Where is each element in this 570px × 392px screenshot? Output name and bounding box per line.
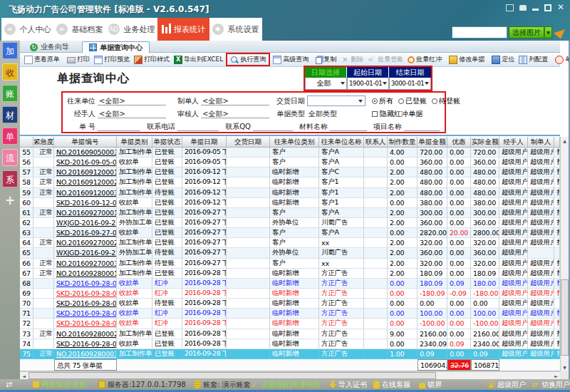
- start-date-dropdown[interactable]: 1900-01-01: [347, 78, 389, 90]
- doctype-field[interactable]: 全部类型: [307, 109, 366, 118]
- phone-field[interactable]: [177, 122, 219, 131]
- toolbar-button-打印预览[interactable]: 打印预览: [92, 54, 132, 65]
- column-header[interactable]: 单据状态: [152, 137, 182, 147]
- sidebar-button-材[interactable]: 材: [2, 106, 18, 123]
- scroll-down-arrow[interactable]: ▼: [561, 363, 569, 371]
- column-header[interactable]: 优惠: [447, 137, 471, 147]
- nav-item-基础档案[interactable]: ≡基础档案: [53, 18, 105, 41]
- column-header[interactable]: 紧急度: [33, 137, 54, 147]
- toolbar-button-批量登账[interactable]: √√批量登账: [366, 54, 405, 65]
- doc-number-link[interactable]: NO.201609280003: [54, 349, 117, 359]
- doc-number-link[interactable]: NO.201609280002: [54, 329, 117, 339]
- status-switch-user[interactable]: ⇄切换用户: [532, 380, 570, 389]
- doc-number-link[interactable]: SKD-2016-09-28-0004: [54, 339, 117, 349]
- table-row[interactable]: 60SKD-2016-09-12-0001收款单已登账2016-09-12 下临…: [20, 198, 560, 208]
- skin-icon[interactable]: [506, 4, 514, 11]
- toolbar-button-导出到EXCEL[interactable]: X导出到EXCEL: [172, 54, 225, 65]
- material-field[interactable]: [330, 122, 367, 131]
- table-row[interactable]: 74SKD-2016-09-28-0004收款单已登账2016-09-28 下临…: [20, 339, 560, 349]
- toolbar-button-查看原单[interactable]: 查看原单: [22, 54, 62, 65]
- delivery-date-dropdown[interactable]: [307, 96, 366, 106]
- sidebar-button-单[interactable]: 单: [2, 128, 18, 145]
- table-row[interactable]: 57正常NO.201609120001加工制作单已登账2016-09-12 下临…: [20, 167, 560, 177]
- handler-field[interactable]: <全部>: [98, 109, 166, 118]
- auditor-field[interactable]: <全部>: [201, 109, 269, 118]
- doc-number-link[interactable]: NO.201609270002: [54, 238, 117, 248]
- choose-image-dropdown[interactable]: ▼: [544, 26, 552, 38]
- date-select-dropdown[interactable]: 全部: [305, 78, 347, 90]
- nav-item-报表统计[interactable]: 报表统计: [157, 18, 209, 41]
- scroll-up-arrow[interactable]: ▲: [561, 137, 569, 145]
- toolbar-button-删除[interactable]: ×删除: [338, 54, 366, 65]
- doc-number-link[interactable]: SKD-2016-09-12-0001: [54, 198, 117, 208]
- horizontal-scroll-thumb[interactable]: [28, 372, 436, 379]
- toolbar-button-高级查询[interactable]: 高级查询: [271, 54, 311, 65]
- table-row[interactable]: 66正常NO.201609270003加工制作单待登账2016-09-27 下客…: [20, 259, 560, 269]
- tab-business-wizard[interactable]: ↻ 业务向导: [24, 41, 76, 53]
- doc-number-link[interactable]: SKD-2016-09-28-0002: [54, 299, 117, 309]
- table-row[interactable]: 73正常NO.201609280002加工制作单已登账2016-09-28 下临…: [20, 329, 560, 339]
- doc-number-link[interactable]: WXJGD-2016-09-27-000: [54, 248, 117, 258]
- doc-number-link[interactable]: NO.201609270001: [54, 208, 117, 218]
- column-header[interactable]: 联系人: [364, 137, 388, 147]
- doc-number-link[interactable]: SKD-2016-09-28-0001-: [54, 289, 117, 299]
- doc-number-link[interactable]: NO.201609120001: [54, 167, 117, 177]
- doc-number-link[interactable]: NO.201609280001: [54, 269, 117, 279]
- toolbar-button-执行查询[interactable]: 执行查询: [226, 53, 270, 66]
- hide-redflush-checkbox[interactable]: 隐藏红冲单据: [372, 109, 423, 119]
- table-row[interactable]: 68SKD-2016-09-28-0001收款单红冲2016-09-28 下临时…: [20, 279, 560, 289]
- column-header[interactable]: 往来单位类别: [270, 137, 319, 147]
- table-row[interactable]: 63SKD-2016-09-27-0001收款单已登账2016-09-27 下客…: [20, 228, 560, 238]
- toolbar-button-批量红冲[interactable]: 批量红冲: [405, 54, 444, 65]
- horizontal-scrollbar[interactable]: ◄ ►: [20, 371, 560, 379]
- sidebar-button-账[interactable]: 账: [2, 85, 18, 102]
- table-row[interactable]: 65WXJGD-2016-09-27-000外协加工单待登账2016-09-27…: [20, 248, 560, 258]
- nav-item-业务处理[interactable]: AD业务处理: [105, 18, 157, 41]
- doc-number-link[interactable]: WXJGD-2016-09-27-000: [54, 218, 117, 228]
- radio-所有[interactable]: 所有: [372, 96, 393, 106]
- column-header[interactable]: 单据金额: [418, 137, 447, 147]
- status-online-service[interactable]: 在线客服: [373, 380, 410, 389]
- table-row[interactable]: 67正常NO.201609280001加工制作单已登账2016-09-28 下临…: [20, 269, 560, 279]
- choose-image-button[interactable]: 选择图片: [509, 26, 544, 38]
- table-row[interactable]: 58正常NO.201609120002加工制作单已登账2016-09-12 下临…: [20, 177, 560, 187]
- toolbar-button-打印样式[interactable]: 打印样式: [132, 54, 172, 65]
- column-header[interactable]: 制作数量: [388, 137, 418, 147]
- qq-field[interactable]: [253, 122, 293, 131]
- doc-number-link[interactable]: SKD-2016-09-28-0003-: [54, 319, 117, 329]
- sidebar-button-流[interactable]: 流: [2, 149, 18, 166]
- column-header[interactable]: [20, 137, 33, 147]
- project-field[interactable]: [404, 122, 440, 131]
- status-lock[interactable]: 锁屏: [419, 380, 442, 389]
- end-date-dropdown[interactable]: 3000-01-01: [389, 78, 431, 90]
- sidebar-button-加[interactable]: 加: [2, 42, 18, 59]
- tab-doc-query-center[interactable]: 单据查询中心: [82, 41, 150, 53]
- column-header[interactable]: 交货日期: [227, 137, 270, 147]
- table-row[interactable]: 72SKD-2016-09-28-0003-收款单红冲2016-09-28 下临…: [20, 319, 560, 329]
- maker-field[interactable]: <全部>: [201, 96, 269, 105]
- vertical-scroll-thumb[interactable]: [561, 279, 569, 356]
- doc-number-link[interactable]: NO.201609270003: [54, 259, 117, 269]
- maximize-button[interactable]: [544, 4, 551, 11]
- table-row[interactable]: 70SKD-2016-09-28-0002收款单待登账2016-09-28 下临…: [20, 299, 560, 309]
- column-header[interactable]: 经手人: [499, 137, 528, 147]
- table-row[interactable]: 71SKD-2016-09-28-0003收款单红冲2016-09-28 下临时…: [20, 309, 560, 319]
- vertical-scrollbar[interactable]: ▲ ▼: [560, 137, 569, 371]
- image-search-input[interactable]: [452, 26, 507, 38]
- table-row[interactable]: 59正常NO.201609120003加工制作单待登账2016-09-12 下临…: [20, 188, 560, 198]
- partner-field[interactable]: <全部>: [98, 96, 166, 105]
- toolbar-button-修改单据[interactable]: 修改单据: [447, 54, 487, 65]
- table-row[interactable]: 75正常NO.201609280003加工制作单已登账2016-09-28 下临…: [20, 349, 560, 359]
- minimize-button[interactable]: [532, 9, 539, 11]
- radio-已登账[interactable]: 已登账: [398, 96, 427, 106]
- column-header[interactable]: 往来单位名称: [319, 137, 364, 147]
- table-row[interactable]: 61正常NO.201609270001加工制作单已登账2016-09-27 下客…: [20, 208, 560, 218]
- column-header[interactable]: [554, 137, 560, 147]
- doc-number-link[interactable]: NO.201609050003: [54, 148, 117, 158]
- doc-number-link[interactable]: NO.201609120002: [54, 177, 117, 187]
- toolbar-button-复制[interactable]: 复制: [314, 54, 338, 65]
- toolbar-button-定位[interactable]: 定位: [489, 54, 517, 65]
- horn-icon[interactable]: [554, 25, 567, 38]
- sidebar-button-系[interactable]: 系: [2, 170, 18, 187]
- doc-number-link[interactable]: NO.201609120003: [54, 188, 117, 198]
